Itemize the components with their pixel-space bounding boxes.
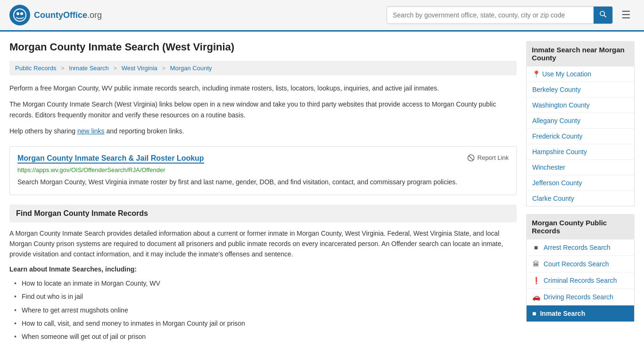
list-item: How to call, visit, and send money to in… xyxy=(14,317,517,330)
breadcrumb: Public Records > Inmate Search > West Vi… xyxy=(9,61,517,75)
breadcrumb-morgan-county[interactable]: Morgan County xyxy=(170,65,212,72)
intro-paragraph-1: Perform a free Morgan County, WV public … xyxy=(9,83,517,93)
sidebar-link-washington[interactable]: Washington County xyxy=(527,98,634,113)
logo-text: CountyOffice.org xyxy=(34,10,102,20)
svg-line-6 xyxy=(469,156,473,160)
list-item: Find out who is in jail xyxy=(14,290,517,303)
intro-paragraph-3: Help others by sharing new links and rep… xyxy=(9,126,517,136)
breadcrumb-inmate-search[interactable]: Inmate Search xyxy=(69,65,109,72)
inmate-icon: ■ xyxy=(532,310,536,317)
list-item: When someone will get out of jail or pri… xyxy=(14,330,517,343)
list-item: Where to get arrest mugshots online xyxy=(14,304,517,317)
breadcrumb-west-virginia[interactable]: West Virginia xyxy=(122,65,157,72)
intro-paragraph-2: The Morgan County Inmate Search (West Vi… xyxy=(9,99,517,120)
sidebar-public-links: ■ Arrest Records Search 🏛 Court Records … xyxy=(526,239,635,322)
sidebar-nearby-links: 📍 Use My Location Berkeley County Washin… xyxy=(526,66,635,206)
logo-icon xyxy=(9,5,30,25)
logo-area: CountyOffice.org xyxy=(9,5,102,25)
breadcrumb-public-records[interactable]: Public Records xyxy=(15,65,56,72)
criminal-icon: ❗ xyxy=(532,277,540,284)
sidebar-criminal-records[interactable]: ❗ Criminal Records Search xyxy=(527,272,634,289)
sidebar-link-allegany[interactable]: Allegany County xyxy=(527,113,634,129)
page-container: Morgan County Inmate Search (West Virgin… xyxy=(0,32,644,353)
sidebar-link-jefferson[interactable]: Jefferson County xyxy=(527,175,634,191)
svg-point-1 xyxy=(17,12,19,15)
driving-icon: 🚗 xyxy=(532,293,540,301)
sidebar-arrest-records[interactable]: ■ Arrest Records Search xyxy=(527,239,634,256)
learn-heading: Learn about Inmate Searches, including: xyxy=(9,265,517,273)
sidebar-link-berkeley[interactable]: Berkeley County xyxy=(527,82,634,98)
page-title: Morgan County Inmate Search (West Virgin… xyxy=(9,41,517,53)
svg-point-3 xyxy=(600,11,604,16)
sidebar-court-records[interactable]: 🏛 Court Records Search xyxy=(527,256,634,272)
link-card: Morgan County Inmate Search & Jail Roste… xyxy=(9,146,517,195)
menu-button[interactable]: ☰ xyxy=(618,7,635,23)
report-link[interactable]: Report Link xyxy=(467,154,509,162)
find-section-heading: Find Morgan County Inmate Records xyxy=(16,209,510,218)
link-card-description: Search Morgan County, West Virginia inma… xyxy=(17,177,509,187)
find-section-box: Find Morgan County Inmate Records xyxy=(9,205,517,222)
search-button[interactable] xyxy=(594,7,612,24)
sidebar-link-hampshire[interactable]: Hampshire County xyxy=(527,144,634,160)
svg-point-2 xyxy=(20,12,23,15)
link-card-title[interactable]: Morgan County Inmate Search & Jail Roste… xyxy=(17,154,204,164)
court-icon: 🏛 xyxy=(532,260,540,268)
sidebar-inmate-search-active[interactable]: ■ Inmate Search xyxy=(527,305,634,321)
arrest-icon: ■ xyxy=(532,244,540,251)
site-header: CountyOffice.org ☰ xyxy=(0,0,644,32)
bullet-list: How to locate an inmate in Morgan County… xyxy=(9,277,517,344)
svg-line-4 xyxy=(604,15,606,17)
sidebar-public-heading: Morgan County Public Records xyxy=(526,214,635,239)
list-item: How to locate an inmate in Morgan County… xyxy=(14,277,517,290)
header-right: ☰ xyxy=(387,6,635,24)
main-content: Morgan County Inmate Search (West Virgin… xyxy=(9,41,517,344)
search-bar xyxy=(387,6,613,24)
search-input[interactable] xyxy=(387,8,594,23)
use-location-link[interactable]: 📍 Use My Location xyxy=(527,66,634,82)
pin-icon: 📍 xyxy=(532,70,540,78)
new-links-link[interactable]: new links xyxy=(77,127,105,135)
sidebar-driving-records[interactable]: 🚗 Driving Records Search xyxy=(527,289,634,305)
sidebar: Inmate Search near Morgan County 📍 Use M… xyxy=(526,41,635,344)
svg-point-0 xyxy=(14,9,26,21)
link-card-url: https://apps.wv.gov/OIS/OffenderSearch/R… xyxy=(17,166,509,173)
sidebar-link-winchester[interactable]: Winchester xyxy=(527,160,634,175)
sidebar-link-frederick[interactable]: Frederick County xyxy=(527,129,634,144)
sidebar-link-clarke[interactable]: Clarke County xyxy=(527,191,634,206)
sidebar-nearby-heading: Inmate Search near Morgan County xyxy=(526,41,635,66)
find-section-text: A Morgan County Inmate Search provides d… xyxy=(9,228,517,260)
